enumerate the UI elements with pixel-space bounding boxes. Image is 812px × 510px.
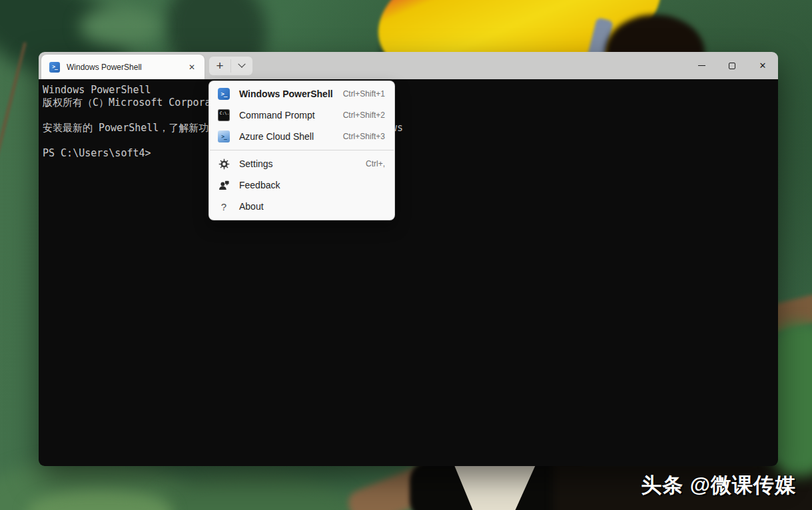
feedback-icon bbox=[218, 179, 230, 191]
minimize-icon bbox=[698, 65, 705, 67]
menu-item-label: Azure Cloud Shell bbox=[239, 131, 334, 142]
menu-item-label: Settings bbox=[239, 158, 356, 169]
new-tab-split-button: + bbox=[209, 57, 252, 75]
menu-item-windows-powershell[interactable]: >_ Windows PowerShell Ctrl+Shift+1 bbox=[209, 83, 394, 105]
menu-item-command-prompt[interactable]: C:\. Command Prompt Ctrl+Shift+2 bbox=[209, 105, 394, 126]
menu-item-azure-cloud-shell[interactable]: >_ Azure Cloud Shell Ctrl+Shift+3 bbox=[209, 126, 394, 147]
menu-item-label: Feedback bbox=[239, 180, 376, 190]
minimize-button[interactable] bbox=[686, 52, 717, 79]
maximize-button[interactable] bbox=[717, 52, 747, 79]
tab-close-button[interactable]: ✕ bbox=[185, 60, 199, 75]
caption-controls: ✕ bbox=[686, 52, 778, 79]
menu-item-shortcut: Ctrl+Shift+3 bbox=[343, 132, 385, 141]
terminal-line: 版权所有（C）Microsoft Corporation。保留所有权利。 bbox=[43, 97, 773, 109]
tab-windows-powershell[interactable]: >_ Windows PowerShell ✕ bbox=[41, 55, 204, 79]
terminal-pane[interactable]: Windows PowerShell 版权所有（C）Microsoft Corp… bbox=[39, 79, 778, 466]
terminal-line bbox=[43, 134, 773, 147]
new-tab-dropdown-menu: >_ Windows PowerShell Ctrl+Shift+1 C:\. … bbox=[208, 81, 395, 220]
menu-item-shortcut: Ctrl+, bbox=[366, 159, 385, 168]
leaf-shape bbox=[153, 473, 353, 510]
terminal-line bbox=[43, 109, 773, 122]
menu-item-shortcut: Ctrl+Shift+1 bbox=[343, 89, 385, 99]
terminal-prompt: PS C:\Users\soft4> bbox=[43, 147, 773, 160]
terminal-window: >_ Windows PowerShell ✕ + ✕ Windows Powe… bbox=[39, 52, 778, 466]
powershell-icon: >_ bbox=[49, 62, 60, 73]
azure-cloud-shell-icon: >_ bbox=[218, 130, 230, 142]
chevron-down-icon bbox=[238, 60, 245, 67]
powershell-icon: >_ bbox=[218, 88, 230, 100]
menu-separator bbox=[210, 150, 394, 150]
menu-item-label: Command Prompt bbox=[239, 110, 334, 121]
menu-item-shortcut: Ctrl+Shift+2 bbox=[343, 111, 385, 120]
terminal-line: 安装最新的 PowerShell，了解新功能和改进！https://aka.ms… bbox=[43, 122, 773, 134]
menu-item-label: Windows PowerShell bbox=[239, 89, 334, 99]
terminal-line: Windows PowerShell bbox=[43, 84, 773, 97]
menu-item-about[interactable]: ? About bbox=[209, 196, 394, 217]
menu-item-feedback[interactable]: Feedback bbox=[209, 174, 394, 196]
help-icon: ? bbox=[218, 200, 230, 212]
open-profiles-dropdown-button[interactable] bbox=[231, 57, 252, 75]
gear-icon bbox=[218, 158, 230, 170]
watermark-text: 头条 @微课传媒 bbox=[641, 471, 796, 499]
leaf-shape bbox=[80, 7, 160, 47]
cmd-icon: C:\. bbox=[218, 109, 230, 121]
close-button[interactable]: ✕ bbox=[747, 52, 778, 79]
menu-item-label: About bbox=[239, 201, 376, 212]
new-tab-button[interactable]: + bbox=[209, 57, 230, 75]
tab-title: Windows PowerShell bbox=[67, 63, 185, 72]
title-bar[interactable]: >_ Windows PowerShell ✕ + ✕ bbox=[39, 52, 778, 79]
maximize-icon bbox=[729, 63, 735, 69]
menu-item-settings[interactable]: Settings Ctrl+, bbox=[209, 153, 394, 174]
